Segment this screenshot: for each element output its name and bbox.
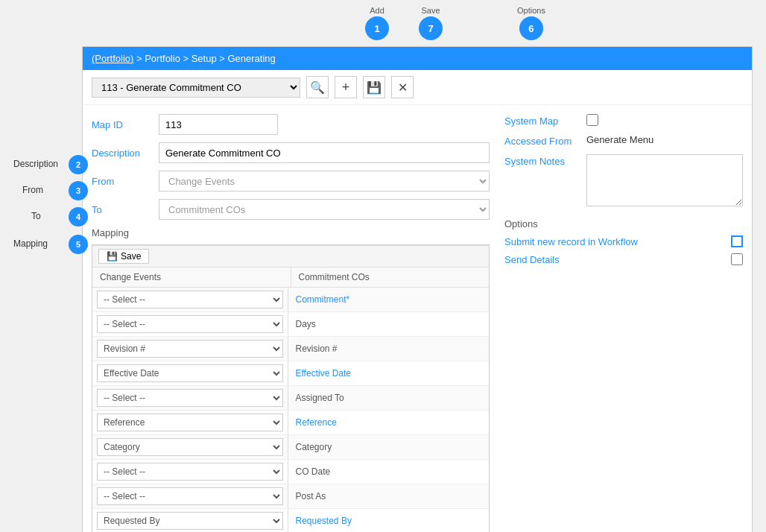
add-button[interactable]: 1 (365, 16, 389, 40)
system-map-checkbox[interactable] (586, 114, 598, 126)
mapping-row: -- Select --Assigned To (92, 386, 489, 411)
mapping-row: Effective DateEffective Date (92, 361, 489, 386)
to-select[interactable]: Commitment COs (159, 199, 490, 220)
mapping-badge: 5 (69, 235, 88, 254)
from-badge-label: From (22, 185, 43, 195)
toolbar-save-group: Save 7 (419, 6, 443, 40)
left-form: Map ID Description From Change Events To… (92, 114, 490, 532)
from-row: From Change Events (92, 171, 490, 191)
toolbar-options-group: Options 6 (517, 6, 545, 40)
send-details-row: Send Details (504, 253, 743, 265)
mapping-from-select[interactable]: -- Select -- (97, 463, 283, 481)
to-label: To (92, 204, 159, 215)
system-notes-row: System Notes (504, 154, 743, 206)
mapping-row: -- Select --Days (92, 312, 489, 337)
mapping-from-select[interactable]: Reference (97, 414, 283, 431)
mapping-badge-label: Mapping (13, 238, 48, 249)
save-label: Save (421, 6, 440, 15)
mapping-row: -- Select --CO Date (92, 460, 489, 484)
mapping-save-button[interactable]: 💾 Save (98, 249, 149, 264)
description-badge-label: Description (13, 159, 58, 169)
options-title: Options (504, 218, 743, 229)
mapping-save-label: Save (121, 251, 141, 262)
map-id-row: Map ID (92, 114, 490, 135)
mapping-to-value: Effective Date (288, 361, 490, 385)
mapping-to-value: Assigned To (288, 386, 490, 410)
to-row: To Commitment COs (92, 199, 490, 220)
to-badge-label: To (31, 211, 41, 221)
mapping-to-value: CO Date (288, 460, 490, 484)
send-details-checkbox[interactable] (731, 253, 743, 265)
header-row: 113 - Generate Commitment CO 🔍 + 💾 ✕ (83, 70, 752, 105)
mapping-row: Requested ByRequested By (92, 509, 489, 532)
mapping-from-select[interactable]: -- Select -- (97, 315, 283, 333)
mapping-col-from: Change Events (92, 267, 291, 287)
description-label: Description (92, 148, 159, 159)
system-map-row: System Map (504, 114, 743, 127)
map-id-input[interactable] (159, 114, 278, 135)
right-panel: System Map Accessed From Generate Menu S… (504, 114, 743, 532)
mapping-row: CategoryCategory (92, 435, 489, 460)
mapping-from-select[interactable]: -- Select -- (97, 389, 283, 407)
options-label: Options (517, 6, 545, 15)
add-icon: + (342, 80, 350, 95)
mapping-from-select[interactable]: -- Select -- (97, 291, 283, 308)
add-record-button[interactable]: + (335, 76, 357, 98)
mapping-rows: -- Select --Commitment*-- Select --DaysR… (92, 288, 489, 532)
save-icon: 💾 (367, 80, 382, 95)
breadcrumb-bar: (Portfolio) > Portfolio > Setup > Genera… (83, 47, 752, 70)
send-details-label: Send Details (504, 254, 560, 265)
map-dropdown[interactable]: 113 - Generate Commitment CO (92, 77, 300, 98)
mapping-from-select[interactable]: Category (97, 438, 283, 456)
submit-workflow-checkbox[interactable] (731, 235, 743, 247)
search-icon: 🔍 (310, 80, 325, 95)
options-section: Options Submit new record in Workflow Se… (504, 218, 743, 265)
mapping-label-row: Mapping (92, 227, 490, 238)
breadcrumb-portfolio-link[interactable]: (Portfolio) (92, 53, 133, 64)
system-notes-textarea[interactable] (586, 154, 743, 206)
mapping-row: -- Select --Post As (92, 484, 489, 509)
mapping-row: -- Select --Commitment* (92, 288, 489, 312)
description-input[interactable] (159, 142, 490, 163)
mapping-to-value: Commitment* (288, 288, 490, 311)
mapping-section: 💾 Save Change Events Commitment COs -- S… (92, 244, 490, 532)
description-row: Description (92, 142, 490, 163)
mapping-to-value: Post As (288, 484, 490, 508)
description-badge: 2 (69, 155, 88, 174)
mapping-from-select[interactable]: Effective Date (97, 364, 283, 382)
save-record-button[interactable]: 💾 (363, 76, 385, 98)
cancel-icon: ✕ (398, 80, 408, 95)
from-label: From (92, 176, 159, 187)
mapping-from-select[interactable]: Revision # (97, 340, 283, 358)
toolbar-add-group: Add 1 (365, 6, 389, 40)
cancel-record-button[interactable]: ✕ (391, 76, 414, 98)
mapping-save-icon: 💾 (107, 251, 118, 262)
add-label: Add (370, 6, 384, 15)
submit-workflow-row: Submit new record in Workflow (504, 235, 743, 247)
accessed-from-value: Generate Menu (586, 134, 743, 145)
main-container: (Portfolio) > Portfolio > Setup > Genera… (82, 46, 753, 532)
accessed-from-row: Accessed From Generate Menu (504, 134, 743, 147)
mapping-save-bar: 💾 Save (92, 245, 489, 267)
mapping-to-value: Revision # (288, 337, 490, 361)
accessed-from-label: Accessed From (504, 134, 586, 147)
save-button[interactable]: 7 (419, 16, 443, 40)
system-notes-label: System Notes (504, 154, 586, 167)
submit-workflow-label: Submit new record in Workflow (504, 236, 638, 247)
from-badge: 3 (69, 181, 88, 200)
mapping-to-value: Category (288, 435, 490, 459)
mapping-to-value: Reference (288, 411, 490, 434)
mapping-from-select[interactable]: -- Select -- (97, 487, 283, 505)
mapping-cols-header: Change Events Commitment COs (92, 267, 489, 288)
search-button[interactable]: 🔍 (306, 76, 329, 98)
from-select[interactable]: Change Events (159, 171, 490, 191)
mapping-row: Revision #Revision # (92, 337, 489, 361)
system-map-label: System Map (504, 114, 586, 127)
breadcrumb-path: > Portfolio > Setup > Generating (136, 53, 276, 64)
mapping-label: Mapping (92, 227, 129, 238)
mapping-from-select[interactable]: Requested By (97, 512, 283, 530)
to-badge: 4 (69, 207, 88, 227)
options-button[interactable]: 6 (519, 16, 543, 40)
map-id-label: Map ID (92, 119, 159, 130)
mapping-to-value: Requested By (288, 509, 490, 532)
